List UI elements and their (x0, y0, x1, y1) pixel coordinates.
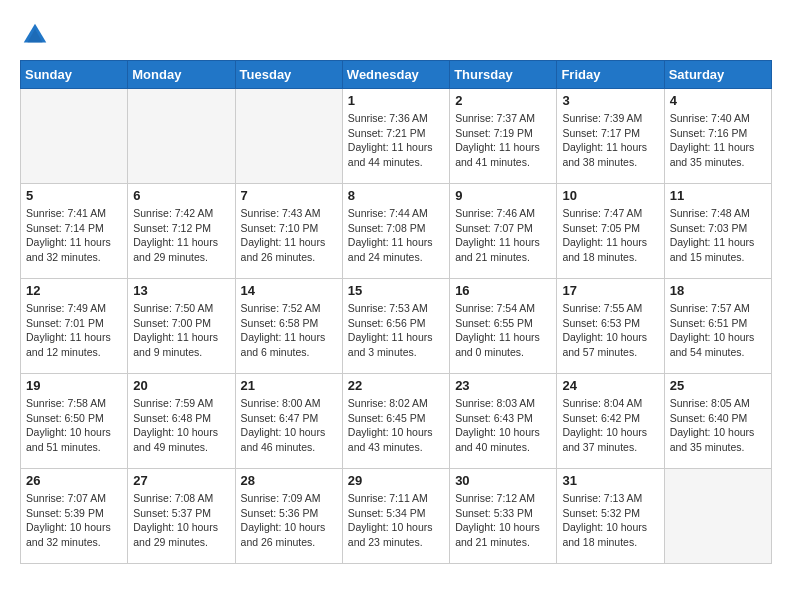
calendar-day-cell: 1Sunrise: 7:36 AM Sunset: 7:21 PM Daylig… (342, 89, 449, 184)
calendar-week-row: 26Sunrise: 7:07 AM Sunset: 5:39 PM Dayli… (21, 469, 772, 564)
day-info: Sunrise: 7:50 AM Sunset: 7:00 PM Dayligh… (133, 301, 229, 360)
day-info: Sunrise: 7:59 AM Sunset: 6:48 PM Dayligh… (133, 396, 229, 455)
day-number: 16 (455, 283, 551, 298)
day-info: Sunrise: 7:08 AM Sunset: 5:37 PM Dayligh… (133, 491, 229, 550)
calendar-day-cell: 31Sunrise: 7:13 AM Sunset: 5:32 PM Dayli… (557, 469, 664, 564)
calendar-week-row: 5Sunrise: 7:41 AM Sunset: 7:14 PM Daylig… (21, 184, 772, 279)
day-number: 22 (348, 378, 444, 393)
calendar-day-cell (664, 469, 771, 564)
calendar-day-cell: 22Sunrise: 8:02 AM Sunset: 6:45 PM Dayli… (342, 374, 449, 469)
calendar-day-cell (235, 89, 342, 184)
day-info: Sunrise: 7:48 AM Sunset: 7:03 PM Dayligh… (670, 206, 766, 265)
day-number: 13 (133, 283, 229, 298)
calendar-header-tuesday: Tuesday (235, 61, 342, 89)
calendar-day-cell: 2Sunrise: 7:37 AM Sunset: 7:19 PM Daylig… (450, 89, 557, 184)
day-info: Sunrise: 7:13 AM Sunset: 5:32 PM Dayligh… (562, 491, 658, 550)
calendar-week-row: 1Sunrise: 7:36 AM Sunset: 7:21 PM Daylig… (21, 89, 772, 184)
calendar-day-cell: 18Sunrise: 7:57 AM Sunset: 6:51 PM Dayli… (664, 279, 771, 374)
day-info: Sunrise: 7:37 AM Sunset: 7:19 PM Dayligh… (455, 111, 551, 170)
calendar-day-cell (21, 89, 128, 184)
day-number: 27 (133, 473, 229, 488)
day-number: 3 (562, 93, 658, 108)
calendar-day-cell (128, 89, 235, 184)
day-info: Sunrise: 7:42 AM Sunset: 7:12 PM Dayligh… (133, 206, 229, 265)
calendar-day-cell: 17Sunrise: 7:55 AM Sunset: 6:53 PM Dayli… (557, 279, 664, 374)
calendar-day-cell: 16Sunrise: 7:54 AM Sunset: 6:55 PM Dayli… (450, 279, 557, 374)
calendar-day-cell: 28Sunrise: 7:09 AM Sunset: 5:36 PM Dayli… (235, 469, 342, 564)
day-info: Sunrise: 7:49 AM Sunset: 7:01 PM Dayligh… (26, 301, 122, 360)
day-info: Sunrise: 8:03 AM Sunset: 6:43 PM Dayligh… (455, 396, 551, 455)
day-info: Sunrise: 8:05 AM Sunset: 6:40 PM Dayligh… (670, 396, 766, 455)
day-info: Sunrise: 7:57 AM Sunset: 6:51 PM Dayligh… (670, 301, 766, 360)
day-info: Sunrise: 7:43 AM Sunset: 7:10 PM Dayligh… (241, 206, 337, 265)
calendar-day-cell: 21Sunrise: 8:00 AM Sunset: 6:47 PM Dayli… (235, 374, 342, 469)
day-number: 2 (455, 93, 551, 108)
day-number: 12 (26, 283, 122, 298)
calendar-day-cell: 10Sunrise: 7:47 AM Sunset: 7:05 PM Dayli… (557, 184, 664, 279)
day-number: 20 (133, 378, 229, 393)
day-info: Sunrise: 7:41 AM Sunset: 7:14 PM Dayligh… (26, 206, 122, 265)
calendar-day-cell: 9Sunrise: 7:46 AM Sunset: 7:07 PM Daylig… (450, 184, 557, 279)
day-number: 19 (26, 378, 122, 393)
day-number: 28 (241, 473, 337, 488)
day-number: 1 (348, 93, 444, 108)
calendar-table: SundayMondayTuesdayWednesdayThursdayFrid… (20, 60, 772, 564)
day-info: Sunrise: 7:11 AM Sunset: 5:34 PM Dayligh… (348, 491, 444, 550)
calendar-day-cell: 26Sunrise: 7:07 AM Sunset: 5:39 PM Dayli… (21, 469, 128, 564)
calendar-header-sunday: Sunday (21, 61, 128, 89)
calendar-day-cell: 19Sunrise: 7:58 AM Sunset: 6:50 PM Dayli… (21, 374, 128, 469)
day-number: 5 (26, 188, 122, 203)
day-info: Sunrise: 8:02 AM Sunset: 6:45 PM Dayligh… (348, 396, 444, 455)
calendar-day-cell: 25Sunrise: 8:05 AM Sunset: 6:40 PM Dayli… (664, 374, 771, 469)
calendar-day-cell: 20Sunrise: 7:59 AM Sunset: 6:48 PM Dayli… (128, 374, 235, 469)
logo-icon (20, 20, 50, 50)
day-info: Sunrise: 7:36 AM Sunset: 7:21 PM Dayligh… (348, 111, 444, 170)
day-info: Sunrise: 7:47 AM Sunset: 7:05 PM Dayligh… (562, 206, 658, 265)
day-info: Sunrise: 7:58 AM Sunset: 6:50 PM Dayligh… (26, 396, 122, 455)
calendar-day-cell: 14Sunrise: 7:52 AM Sunset: 6:58 PM Dayli… (235, 279, 342, 374)
day-number: 8 (348, 188, 444, 203)
calendar-day-cell: 30Sunrise: 7:12 AM Sunset: 5:33 PM Dayli… (450, 469, 557, 564)
calendar-day-cell: 27Sunrise: 7:08 AM Sunset: 5:37 PM Dayli… (128, 469, 235, 564)
calendar-day-cell: 11Sunrise: 7:48 AM Sunset: 7:03 PM Dayli… (664, 184, 771, 279)
logo (20, 20, 54, 50)
day-number: 11 (670, 188, 766, 203)
day-number: 26 (26, 473, 122, 488)
calendar-day-cell: 15Sunrise: 7:53 AM Sunset: 6:56 PM Dayli… (342, 279, 449, 374)
day-info: Sunrise: 7:07 AM Sunset: 5:39 PM Dayligh… (26, 491, 122, 550)
day-number: 15 (348, 283, 444, 298)
day-number: 14 (241, 283, 337, 298)
calendar-day-cell: 12Sunrise: 7:49 AM Sunset: 7:01 PM Dayli… (21, 279, 128, 374)
calendar-day-cell: 23Sunrise: 8:03 AM Sunset: 6:43 PM Dayli… (450, 374, 557, 469)
day-number: 29 (348, 473, 444, 488)
calendar-day-cell: 3Sunrise: 7:39 AM Sunset: 7:17 PM Daylig… (557, 89, 664, 184)
day-info: Sunrise: 7:52 AM Sunset: 6:58 PM Dayligh… (241, 301, 337, 360)
day-info: Sunrise: 7:54 AM Sunset: 6:55 PM Dayligh… (455, 301, 551, 360)
day-info: Sunrise: 7:40 AM Sunset: 7:16 PM Dayligh… (670, 111, 766, 170)
calendar-day-cell: 8Sunrise: 7:44 AM Sunset: 7:08 PM Daylig… (342, 184, 449, 279)
day-number: 23 (455, 378, 551, 393)
day-info: Sunrise: 8:00 AM Sunset: 6:47 PM Dayligh… (241, 396, 337, 455)
calendar-week-row: 19Sunrise: 7:58 AM Sunset: 6:50 PM Dayli… (21, 374, 772, 469)
day-number: 25 (670, 378, 766, 393)
calendar-day-cell: 13Sunrise: 7:50 AM Sunset: 7:00 PM Dayli… (128, 279, 235, 374)
day-number: 30 (455, 473, 551, 488)
calendar-day-cell: 7Sunrise: 7:43 AM Sunset: 7:10 PM Daylig… (235, 184, 342, 279)
day-number: 31 (562, 473, 658, 488)
calendar-day-cell: 6Sunrise: 7:42 AM Sunset: 7:12 PM Daylig… (128, 184, 235, 279)
day-info: Sunrise: 7:55 AM Sunset: 6:53 PM Dayligh… (562, 301, 658, 360)
day-number: 17 (562, 283, 658, 298)
day-number: 10 (562, 188, 658, 203)
calendar-day-cell: 5Sunrise: 7:41 AM Sunset: 7:14 PM Daylig… (21, 184, 128, 279)
calendar-header-row: SundayMondayTuesdayWednesdayThursdayFrid… (21, 61, 772, 89)
day-info: Sunrise: 7:44 AM Sunset: 7:08 PM Dayligh… (348, 206, 444, 265)
calendar-header-friday: Friday (557, 61, 664, 89)
day-number: 24 (562, 378, 658, 393)
calendar-header-wednesday: Wednesday (342, 61, 449, 89)
day-info: Sunrise: 7:09 AM Sunset: 5:36 PM Dayligh… (241, 491, 337, 550)
calendar-header-monday: Monday (128, 61, 235, 89)
day-number: 21 (241, 378, 337, 393)
day-number: 6 (133, 188, 229, 203)
day-info: Sunrise: 7:39 AM Sunset: 7:17 PM Dayligh… (562, 111, 658, 170)
day-info: Sunrise: 7:53 AM Sunset: 6:56 PM Dayligh… (348, 301, 444, 360)
